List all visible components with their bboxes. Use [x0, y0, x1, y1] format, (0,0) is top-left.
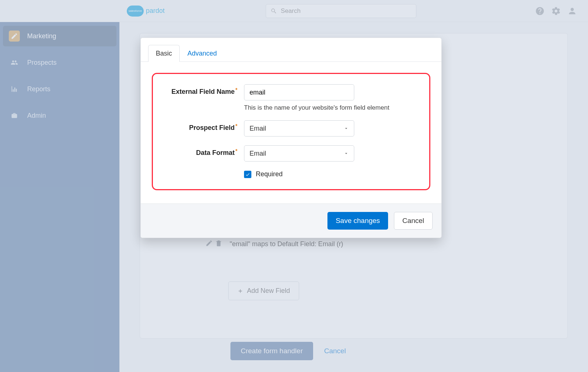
data-format-label: Data Format*	[164, 145, 237, 157]
prospect-field-label: Prospect Field*	[164, 120, 237, 132]
cancel-button[interactable]: Cancel	[394, 212, 433, 230]
required-label: Required	[256, 170, 283, 178]
prospect-field-selected: Email	[250, 125, 266, 132]
prospect-field-row: Prospect Field* Email	[164, 120, 415, 137]
highlighted-form-section: External Field Name* This is the name of…	[152, 73, 430, 190]
tab-basic[interactable]: Basic	[148, 45, 180, 62]
save-changes-button[interactable]: Save changes	[327, 212, 388, 230]
prospect-field-select[interactable]: Email	[244, 120, 354, 137]
modal-tabs: Basic Advanced	[141, 38, 441, 62]
required-checkbox[interactable]	[244, 171, 251, 178]
external-field-name-input-wrap	[244, 84, 354, 100]
modal-body: External Field Name* This is the name of…	[141, 62, 441, 203]
data-format-select[interactable]: Email	[244, 145, 354, 162]
external-field-name-label: External Field Name*	[164, 84, 237, 96]
field-settings-modal: Basic Advanced External Field Name* This…	[140, 38, 442, 238]
chevron-down-icon	[344, 126, 349, 131]
check-icon	[245, 172, 250, 177]
external-field-name-row: External Field Name* This is the name of…	[164, 84, 415, 111]
chevron-down-icon	[344, 151, 349, 156]
external-field-name-help: This is the name of your website's form …	[244, 104, 389, 111]
external-field-name-input[interactable]	[250, 89, 349, 96]
modal-footer: Save changes Cancel	[141, 203, 441, 238]
data-format-row: Data Format* Email	[164, 145, 415, 162]
data-format-selected: Email	[250, 150, 266, 157]
required-checkbox-row: Required	[244, 170, 415, 178]
tab-advanced[interactable]: Advanced	[180, 45, 225, 62]
